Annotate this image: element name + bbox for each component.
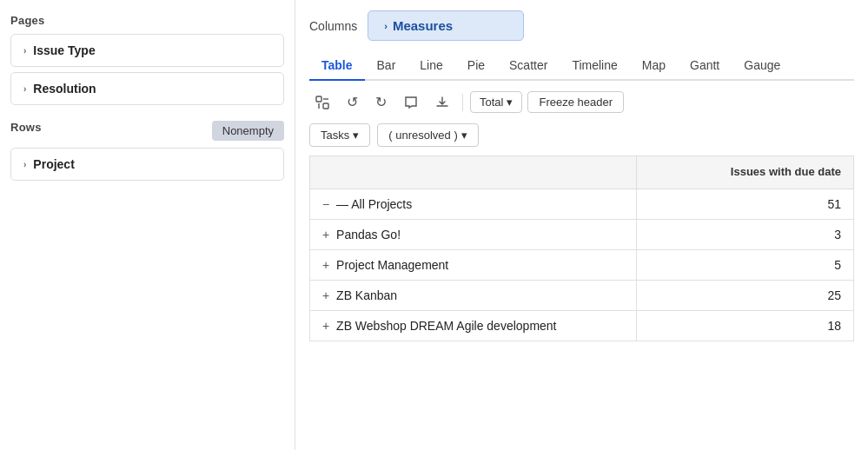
resolution-item[interactable]: › Resolution: [10, 72, 284, 105]
table-row: + ZB Kanban 25: [310, 280, 854, 310]
zb-webshop-value: 18: [636, 310, 853, 341]
pandas-label: + Pandas Go!: [310, 219, 637, 249]
nonempty-button[interactable]: Nonempty: [212, 121, 284, 141]
tab-bar[interactable]: Bar: [365, 51, 408, 81]
chip-chevron-icon: ›: [384, 21, 388, 31]
issue-type-item[interactable]: › Issue Type: [10, 34, 284, 67]
plus-icon: +: [322, 258, 329, 272]
pages-section-title: Pages: [10, 14, 284, 27]
tasks-filter-button[interactable]: Tasks ▾: [309, 123, 370, 147]
chart-tabs: Table Bar Line Pie Scatter Timeline Map …: [309, 51, 854, 81]
total-button[interactable]: Total ▾: [470, 91, 522, 113]
table-header-issues: Issues with due date: [636, 156, 853, 189]
chevron-right-icon: ›: [23, 84, 26, 94]
comment-button[interactable]: [398, 91, 424, 114]
toolbar: ↺ ↻ Total ▾ Freeze header: [309, 89, 854, 115]
zb-kanban-label: + ZB Kanban: [310, 280, 637, 310]
total-label: Total: [480, 96, 503, 109]
zb-kanban-value: 25: [636, 280, 853, 310]
freeze-header-button[interactable]: Freeze header: [527, 91, 624, 113]
project-mgmt-value: 5: [636, 249, 853, 280]
minus-icon: −: [322, 197, 329, 211]
filter-row: Tasks ▾ ( unresolved ) ▾: [309, 123, 854, 147]
tasks-chevron-icon: ▾: [353, 129, 359, 142]
data-table: Issues with due date − — All Projects 51…: [309, 156, 854, 341]
data-table-wrap: Issues with due date − — All Projects 51…: [309, 156, 854, 440]
tasks-filter-label: Tasks: [321, 129, 349, 142]
redo-button[interactable]: ↻: [369, 89, 393, 115]
zb-webshop-label: + ZB Webshop DREAM Agile development: [310, 310, 637, 341]
table-row: + ZB Webshop DREAM Agile development 18: [310, 310, 854, 341]
right-panel: Columns › Measures Table Bar Line Pie Sc…: [295, 0, 868, 450]
total-chevron-icon: ▾: [507, 96, 513, 109]
status-filter-button[interactable]: ( unresolved ) ▾: [377, 123, 478, 147]
status-chevron-icon: ▾: [461, 129, 467, 142]
tab-pie[interactable]: Pie: [455, 51, 497, 81]
chevron-right-icon: ›: [23, 160, 26, 169]
table-row: + Pandas Go! 3: [310, 219, 854, 249]
project-mgmt-label: + Project Management: [310, 249, 637, 280]
tab-map[interactable]: Map: [630, 51, 678, 81]
all-projects-label: − — All Projects: [310, 189, 637, 219]
chevron-right-icon: ›: [23, 46, 26, 56]
columns-label: Columns: [309, 19, 357, 33]
plus-icon: +: [322, 288, 329, 302]
table-row: + Project Management 5: [310, 249, 854, 280]
plus-icon: +: [322, 319, 329, 333]
tab-gantt[interactable]: Gantt: [678, 51, 732, 81]
all-projects-value: 51: [636, 189, 853, 219]
table-header-row: [310, 156, 637, 189]
resolution-label: Resolution: [33, 82, 96, 96]
measures-chip[interactable]: › Measures: [368, 10, 524, 41]
download-button[interactable]: [429, 91, 455, 114]
measures-chip-label: Measures: [393, 18, 453, 33]
table-row: − — All Projects 51: [310, 189, 854, 219]
svg-rect-1: [323, 103, 328, 109]
tab-timeline[interactable]: Timeline: [560, 51, 629, 81]
plus-icon: +: [322, 228, 329, 242]
expand-collapse-button[interactable]: [309, 91, 335, 114]
tab-scatter[interactable]: Scatter: [497, 51, 560, 81]
toolbar-separator: [462, 94, 463, 111]
tab-table[interactable]: Table: [309, 51, 365, 81]
left-panel: Pages › Issue Type › Resolution Rows Non…: [0, 0, 295, 450]
undo-button[interactable]: ↺: [341, 89, 364, 115]
svg-rect-0: [316, 96, 321, 102]
project-label: Project: [33, 157, 74, 171]
rows-section-title: Rows: [10, 121, 42, 134]
rows-header: Rows Nonempty: [10, 121, 284, 141]
columns-row: Columns › Measures: [309, 10, 854, 41]
pandas-value: 3: [636, 219, 853, 249]
issue-type-label: Issue Type: [33, 43, 95, 57]
tab-gauge[interactable]: Gauge: [732, 51, 792, 81]
status-filter-label: ( unresolved ): [388, 129, 457, 142]
tab-line[interactable]: Line: [407, 51, 454, 81]
project-item[interactable]: › Project: [10, 148, 284, 181]
